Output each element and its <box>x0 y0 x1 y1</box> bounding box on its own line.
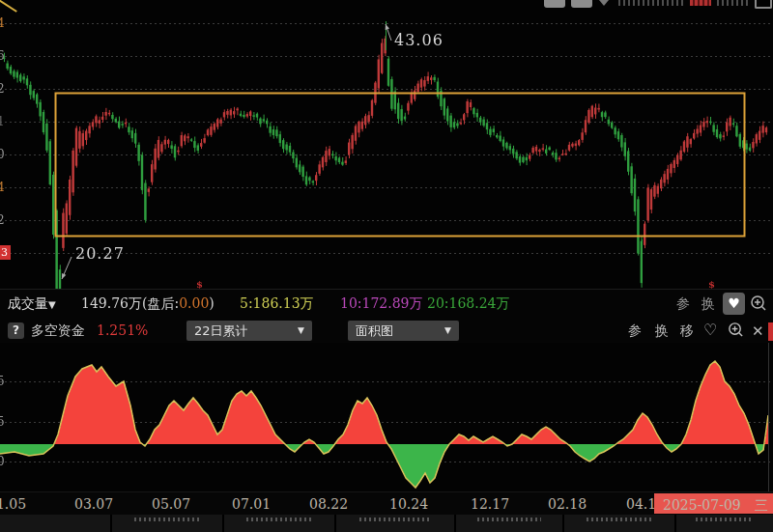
current-date-badge: 2025-07-09 三 <box>654 493 773 514</box>
style-dropdown[interactable]: 面积图 ▼ <box>348 321 459 341</box>
y-axis-label: 4 <box>0 16 7 30</box>
param-button[interactable]: 参 <box>628 322 642 340</box>
volume-info-bar: 成交量▼ 149.76万 (盘后:0.00) 5:186.13万 10:172.… <box>0 289 773 319</box>
date-axis: 2025-07-09 三 11.0503.0705.0707.0108.2210… <box>0 491 773 515</box>
close-icon[interactable]: ✕ <box>752 322 764 340</box>
param-button[interactable]: 参 <box>676 295 690 313</box>
stock-app-window: 43.06 20.27 46210423 $$ 成交量▼ 149.76万 (盘后… <box>0 0 773 532</box>
y-axis-label: 3 <box>0 245 11 260</box>
bottom-tab-segment[interactable] <box>456 515 562 532</box>
chevron-down-icon[interactable] <box>599 0 609 6</box>
zoom-in-icon[interactable] <box>750 294 767 312</box>
indicator-value: 1.251% <box>97 322 148 338</box>
volume-ma20: 20:168.24万 <box>427 295 510 313</box>
chevron-down-icon: ▼ <box>298 321 304 341</box>
clipped-toolbar-text <box>690 0 711 6</box>
date-tick-label: 08.22 <box>309 496 348 512</box>
move-button[interactable]: 移 <box>680 322 694 340</box>
clipped-toolbar-text <box>717 0 750 6</box>
favorite-button[interactable]: ♥ <box>723 293 745 315</box>
bottom-tab-segment[interactable] <box>224 515 334 532</box>
low-price-label: 20.27 <box>75 244 125 263</box>
heart-icon: ♥ <box>728 295 740 311</box>
volume-ma5: 5:186.13万 <box>240 295 314 313</box>
y-axis-label: 5 <box>0 375 7 388</box>
date-tick-label: 10.24 <box>389 496 428 512</box>
clipped-toolbar-button[interactable] <box>755 0 772 9</box>
indicator-area-chart[interactable] <box>0 343 773 491</box>
y-axis-label: 6 <box>0 49 7 63</box>
date-tick-label: 05.07 <box>152 496 190 512</box>
bottom-tab-segment[interactable] <box>336 515 454 532</box>
current-weekday: 三 <box>755 497 768 515</box>
clipped-red-marker <box>768 322 773 341</box>
bottom-tab-segment[interactable] <box>676 515 773 532</box>
date-tick-label: 07.01 <box>232 496 271 512</box>
y-axis-label: 4 <box>0 181 7 194</box>
bottom-tab-segment[interactable] <box>0 515 110 532</box>
bottom-tab-segment[interactable] <box>564 515 674 532</box>
period-dropdown-value: 22日累计 <box>194 323 248 338</box>
bottom-tab-bar <box>0 515 773 532</box>
y-axis-label: 0 <box>0 148 7 161</box>
help-icon[interactable]: ? <box>8 322 24 339</box>
clipped-toolbar-text <box>618 0 686 6</box>
date-tick-label: 12.17 <box>471 496 509 512</box>
clipped-tab-text <box>587 518 652 521</box>
current-date: 2025-07-09 <box>663 497 741 513</box>
y-axis-label: 2 <box>0 213 7 227</box>
style-dropdown-value: 面积图 <box>356 323 393 338</box>
volume-value: 149.76万 <box>81 295 142 313</box>
clipped-toolbar-button[interactable] <box>544 0 565 8</box>
volume-label[interactable]: 成交量▼ <box>8 295 56 313</box>
volume-ma10: 10:172.89万 <box>340 295 423 313</box>
y-axis-label: 2 <box>0 82 7 96</box>
switch-button[interactable]: 换 <box>701 295 715 313</box>
clipped-tab-text <box>246 518 312 521</box>
indicator-header-bar: ? 多空资金 1.251% 22日累计 ▼ 面积图 ▼ 参 换 移 ♡ ✕ <box>0 318 773 343</box>
clipped-toolbar-button[interactable] <box>571 0 592 8</box>
date-tick-label: 03.07 <box>74 496 113 512</box>
after-hours-volume: (盘后:0.00) <box>142 295 215 313</box>
indicator-name[interactable]: 多空资金 <box>31 322 85 340</box>
y-axis-label: 1 <box>0 115 7 128</box>
period-dropdown[interactable]: 22日累计 ▼ <box>186 321 312 341</box>
bottom-tab-segment[interactable] <box>112 515 222 532</box>
zoom-in-icon[interactable] <box>728 322 745 339</box>
date-tick-label: 11.05 <box>0 496 26 512</box>
y-axis-label: 0 <box>0 455 7 468</box>
switch-button[interactable]: 换 <box>655 322 669 340</box>
clipped-tab-text <box>134 518 200 521</box>
chevron-down-icon: ▼ <box>48 299 56 310</box>
y-axis-label: 5 <box>0 415 7 429</box>
chevron-down-icon: ▼ <box>444 321 451 341</box>
clipped-tab-text <box>696 518 754 521</box>
heart-outline-icon[interactable]: ♡ <box>703 321 717 339</box>
clipped-tab-text <box>359 518 430 521</box>
date-tick-label: 02.18 <box>548 496 587 512</box>
clipped-tab-text <box>477 518 541 521</box>
high-price-label: 43.06 <box>394 31 444 49</box>
